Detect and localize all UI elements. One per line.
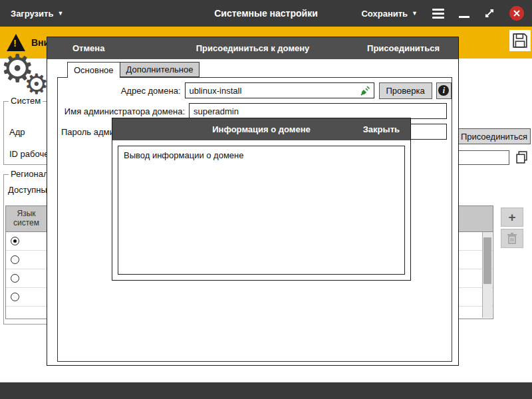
- join-dialog-tabs: Основное Дополнительное: [67, 62, 200, 78]
- titlebar-actions: Сохранить ▼: [361, 6, 524, 21]
- join-dialog-header: Отмена Присоединиться к домену Присоедин…: [47, 37, 458, 59]
- admin-name-input[interactable]: [189, 103, 447, 119]
- save-menu-label: Сохранить: [361, 9, 408, 19]
- hamburger-icon: [432, 9, 444, 19]
- domain-info-dialog: Информация о домене Закрыть Вывод информ…: [112, 118, 411, 281]
- load-menu-label: Загрузить: [11, 9, 53, 19]
- domain-info-output: Вывод информации о домене: [118, 146, 405, 275]
- domain-address-row: Адрес домена: Проверка i: [58, 82, 452, 98]
- footer-bar: [0, 382, 532, 399]
- tab-main[interactable]: Основное: [67, 62, 120, 78]
- floppy-save-button[interactable]: [509, 30, 531, 51]
- info-button[interactable]: i: [436, 82, 452, 99]
- scrollbar-thumb[interactable]: [483, 237, 491, 284]
- language-radio[interactable]: [11, 274, 19, 283]
- save-menu-button[interactable]: Сохранить ▼: [361, 9, 418, 19]
- address-label: Адр: [9, 127, 25, 137]
- workstation-id-label: ID рабоче: [9, 149, 49, 159]
- check-button[interactable]: Проверка: [379, 82, 432, 99]
- copy-button[interactable]: [512, 148, 531, 166]
- resize-button[interactable]: [484, 8, 495, 19]
- floppy-icon: [512, 33, 528, 49]
- available-languages-label: Доступны: [8, 185, 47, 195]
- domain-address-input[interactable]: [185, 82, 374, 98]
- close-icon: [513, 10, 520, 17]
- gear-icon: ⚙: [24, 70, 49, 98]
- close-info-button[interactable]: Закрыть: [363, 124, 400, 134]
- language-column-header: Язык систем: [6, 206, 47, 231]
- join-confirm-button[interactable]: Присоединиться: [367, 43, 440, 53]
- system-groupbox-label: Систем: [9, 96, 43, 106]
- admin-name-row: Имя администратора домена:: [58, 103, 452, 119]
- close-button[interactable]: [509, 6, 524, 21]
- domain-address-label: Адрес домена:: [58, 86, 185, 96]
- join-button[interactable]: Присоединиться: [458, 128, 531, 144]
- table-scrollbar[interactable]: [482, 232, 492, 318]
- tab-additional[interactable]: Дополнительное: [120, 62, 200, 77]
- hamburger-menu-button[interactable]: [432, 9, 444, 19]
- info-dialog-header: Информация о домене Закрыть: [112, 118, 410, 140]
- chevron-down-icon: ▼: [412, 11, 418, 17]
- cancel-button[interactable]: Отмена: [72, 43, 104, 53]
- minimize-button[interactable]: [459, 9, 469, 18]
- admin-name-label: Имя администратора домена:: [58, 106, 189, 116]
- plus-icon: +: [508, 210, 515, 225]
- minimize-icon: [459, 16, 469, 18]
- info-icon: i: [438, 85, 449, 96]
- language-radio[interactable]: [11, 237, 19, 245]
- language-radio[interactable]: [11, 255, 19, 264]
- titlebar: Загрузить ▼ Системные настройки Сохранит…: [0, 0, 532, 27]
- add-language-button[interactable]: +: [501, 207, 523, 227]
- chevron-down-icon: ▼: [57, 11, 63, 17]
- copy-icon: [515, 151, 528, 164]
- language-radio[interactable]: [11, 293, 19, 301]
- delete-language-button[interactable]: [501, 229, 523, 248]
- regional-groupbox-label: Регионал: [9, 169, 51, 179]
- load-menu-button[interactable]: Загрузить ▼: [11, 9, 63, 19]
- resize-expand-icon: [484, 8, 495, 19]
- trash-icon: [507, 233, 517, 244]
